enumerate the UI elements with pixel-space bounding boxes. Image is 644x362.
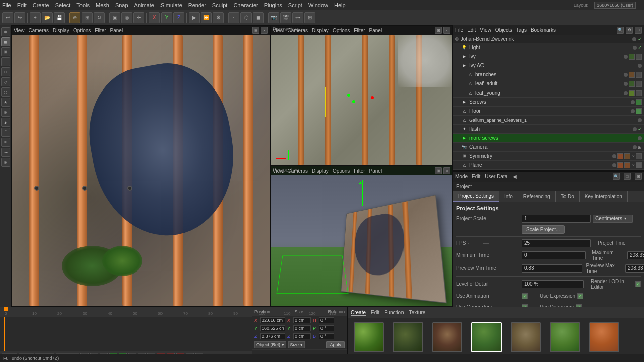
sidebar-deform-icon[interactable]: ◇ — [1, 77, 10, 86]
rotate-tool[interactable]: ↻ — [94, 12, 105, 23]
open-button[interactable]: 📂 — [42, 12, 53, 23]
sidebar-camera-icon[interactable]: □ — [1, 67, 10, 76]
plane-dot[interactable] — [612, 163, 616, 167]
sidebar-layer-icon[interactable]: ≡ — [1, 138, 10, 147]
main-vp-view-menu[interactable]: View — [14, 28, 25, 33]
br-vp-filter-menu[interactable]: Filter — [354, 168, 365, 174]
scene-item[interactable]: ▶ Ivy — [453, 52, 644, 61]
size-y-input[interactable] — [293, 325, 311, 331]
layout-selector[interactable]: 1680×1050 (User) — [594, 2, 636, 9]
attr-settings-icon[interactable]: □ — [624, 173, 631, 180]
menu-mesh[interactable]: Mesh — [96, 2, 109, 8]
new-button[interactable]: + — [30, 12, 41, 23]
vp-tr-fullscreen[interactable]: ⊞ — [435, 27, 442, 34]
menu-sculpt[interactable]: Sculpt — [212, 2, 228, 8]
attr-edit-label[interactable]: Edit — [472, 174, 480, 179]
br-vp-panel-menu[interactable]: Panel — [369, 168, 382, 174]
tab-project-settings[interactable]: Project Settings — [453, 191, 499, 202]
leaf-young-dot[interactable] — [624, 91, 628, 95]
floor-dot[interactable] — [631, 109, 635, 113]
menu-window[interactable]: Window — [308, 2, 328, 8]
mat-create-tab[interactable]: Create — [351, 310, 366, 316]
tr-vp-view-menu[interactable]: View — [273, 28, 284, 33]
rot-h-input[interactable] — [319, 317, 334, 323]
flash-dot[interactable] — [633, 127, 637, 131]
save-button[interactable]: 💾 — [54, 12, 65, 23]
scene-search-icon[interactable]: 🔍 — [617, 27, 624, 34]
vp-br-fullscreen[interactable]: ⊞ — [435, 167, 442, 174]
menu-edit[interactable]: Edit — [17, 2, 27, 8]
sidebar-sculpt-icon[interactable]: ⌒ — [1, 128, 10, 137]
tab-key-interpolation[interactable]: Key Interpolation — [580, 191, 628, 202]
render-lod-checkbox[interactable] — [635, 281, 641, 287]
redo-button[interactable]: ↪ — [14, 12, 25, 23]
scene-item[interactable]: 📷 Camera ⊞ — [453, 143, 644, 152]
material-item-copper[interactable]: Copper — [586, 322, 622, 358]
main-vp-options-menu[interactable]: Options — [73, 28, 91, 33]
mat-function-tab[interactable]: Function — [384, 310, 404, 315]
leaf-adult-dot[interactable] — [624, 82, 628, 86]
camera-icon[interactable]: 📷 — [268, 12, 279, 23]
fps-input[interactable] — [522, 239, 591, 247]
material-item-leaf-adult[interactable]: leaf_adult — [390, 322, 426, 358]
scale-tool[interactable]: ⊞ — [82, 12, 93, 23]
scene-item[interactable]: △ Plane × — [453, 161, 644, 170]
vp-main-fullscreen[interactable]: ⊞ — [252, 27, 259, 34]
tr-vp-panel-menu[interactable]: Panel — [369, 28, 382, 33]
sidebar-move-icon[interactable]: ⊕ — [1, 27, 10, 36]
scene-item[interactable]: △ branches — [453, 70, 644, 79]
br-vp-display-menu[interactable]: Display — [312, 168, 329, 174]
material-item-stem[interactable]: Default_stem — [508, 322, 544, 358]
galium-dot[interactable] — [638, 118, 642, 122]
scene-item[interactable]: ⊞ Symmetry × — [453, 152, 644, 161]
render-all[interactable]: ⏩ — [201, 12, 212, 23]
menu-plugins[interactable]: Plugins — [264, 2, 282, 8]
material-item-leaf-young[interactable]: leaf_young — [351, 322, 387, 358]
scene-item[interactable]: 💡 Light ✓ — [453, 43, 644, 52]
use-animation-checkbox[interactable] — [522, 293, 528, 299]
material-thumb-copper[interactable] — [589, 322, 619, 352]
scene-item[interactable]: △ leaf_adult — [453, 79, 644, 88]
max-time-input[interactable] — [627, 251, 644, 259]
points-mode[interactable]: · — [228, 12, 239, 23]
menu-select[interactable]: Select — [55, 2, 71, 8]
timeline-playhead[interactable] — [4, 317, 5, 351]
scene-owner-row[interactable]: © Johan-Bernd Zweverink ✓ — [453, 35, 644, 43]
sidebar-grid-icon[interactable]: ⊞ — [1, 47, 10, 56]
pos-y-input[interactable] — [260, 325, 285, 331]
symmetry-dot[interactable] — [612, 154, 616, 158]
main-vp-cameras-menu[interactable]: Cameras — [29, 28, 49, 33]
attr-expand-icon[interactable]: ⊞ — [635, 173, 642, 180]
menu-help[interactable]: Help — [334, 2, 346, 8]
br-vp-cameras-menu[interactable]: Cameras — [288, 168, 308, 174]
size-x-input[interactable] — [293, 317, 311, 323]
attr-back-arrow[interactable]: ◀ — [511, 172, 518, 183]
live-select[interactable]: ◎ — [121, 12, 132, 23]
tab-info[interactable]: Info — [499, 191, 518, 202]
scene-item[interactable]: ▶ Screws — [453, 98, 644, 107]
material-thumb-leaf-young[interactable] — [354, 322, 384, 352]
rot-p-input[interactable] — [319, 325, 334, 331]
render-settings[interactable]: ⚙ — [213, 12, 224, 23]
main-vp-filter-menu[interactable]: Filter — [95, 28, 106, 33]
sidebar-object-icon[interactable]: ◼ — [1, 37, 10, 46]
scene-item[interactable]: △ Floor — [453, 107, 644, 116]
project-scale-unit-dropdown[interactable]: Centimeters — [593, 215, 633, 223]
y-axis[interactable]: Y — [161, 12, 172, 23]
z-axis[interactable]: Z — [173, 12, 184, 23]
menu-render[interactable]: Render — [188, 2, 206, 8]
ivy-vis-dot[interactable] — [624, 55, 628, 59]
object-rel-dropdown[interactable]: Object (Rel) ▾ — [254, 341, 286, 348]
material-item-branch[interactable]: branch — [429, 322, 465, 358]
scene-item-more-screws[interactable]: ▶ more screws — [453, 134, 644, 143]
sidebar-tag-icon[interactable]: ◭ — [1, 118, 10, 127]
move-tool[interactable]: ⊕ — [69, 12, 80, 23]
menu-snap[interactable]: Snap — [115, 2, 128, 8]
x-axis[interactable]: X — [149, 12, 160, 23]
more-screws-dot[interactable] — [638, 136, 642, 140]
ivy-ao-vis-dot[interactable] — [638, 64, 642, 68]
light-vis-dot[interactable] — [633, 46, 637, 50]
rp-view-menu[interactable]: View — [480, 27, 491, 33]
scale-project-button[interactable]: Scale Project... — [522, 225, 565, 234]
menu-animate[interactable]: Animate — [134, 2, 154, 8]
